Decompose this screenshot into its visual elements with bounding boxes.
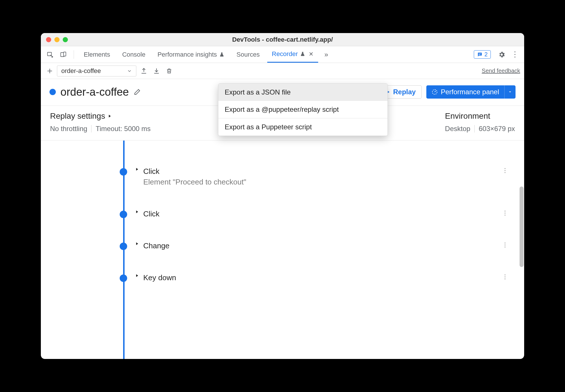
step-dot <box>120 168 127 176</box>
recording-select-value: order-a-coffee <box>61 67 101 75</box>
step-dot <box>120 243 127 250</box>
window-controls <box>41 37 68 42</box>
step-dot <box>120 211 127 218</box>
step-name: Click <box>143 167 246 176</box>
step-kebab-icon[interactable]: ⋮ <box>502 210 513 216</box>
export-menu-item-puppeteer[interactable]: Export as a Puppeteer script <box>218 118 388 136</box>
step-item[interactable]: Click ⋮ <box>116 210 513 218</box>
replay-settings-block: Replay settings No throttling Timeout: 5… <box>50 112 151 133</box>
edit-title-icon[interactable] <box>133 88 141 96</box>
replay-label: Replay <box>393 88 416 96</box>
new-recording-button[interactable] <box>45 66 55 76</box>
separator <box>474 125 475 132</box>
window-zoom-button[interactable] <box>63 37 68 42</box>
tab-elements[interactable]: Elements <box>79 46 115 63</box>
timeout-value: Timeout: 5000 ms <box>96 125 150 133</box>
step-item[interactable]: Change ⋮ <box>116 241 513 250</box>
kebab-menu-icon[interactable]: ⋮ <box>510 49 520 60</box>
step-dot <box>120 274 127 282</box>
flask-icon <box>300 51 305 57</box>
separator <box>74 50 74 59</box>
step-item[interactable]: Click Element "Proceed to checkout" ⋮ <box>116 167 513 187</box>
flask-icon <box>219 52 224 57</box>
tab-sources[interactable]: Sources <box>232 46 264 63</box>
svg-rect-3 <box>479 53 481 54</box>
tab-recorder[interactable]: Recorder ✕ <box>267 46 318 63</box>
export-button[interactable] <box>139 66 149 76</box>
chat-icon <box>477 52 483 57</box>
recording-status-dot <box>49 89 56 95</box>
environment-dimensions: 603×679 px <box>479 125 515 133</box>
tab-label: Console <box>122 51 146 58</box>
throttling-value: No throttling <box>50 125 87 133</box>
window-close-button[interactable] <box>46 37 51 42</box>
step-kebab-icon[interactable]: ⋮ <box>502 241 513 248</box>
export-menu-item-puppeteer-replay[interactable]: Export as a @puppeteer/replay script <box>218 101 388 118</box>
step-item[interactable]: Key down ⋮ <box>116 273 513 282</box>

menitu-label: Export as a @puppeteer/replay script <box>225 105 339 113</box>
replay-settings-toggle[interactable]: Replay settings <box>50 112 151 121</box>
inspect-element-icon[interactable] <box>45 49 55 60</box>
send-feedback-link[interactable]: Send feedback <box>482 68 520 74</box>
separator <box>91 125 91 132</box>
environment-block: Environment Desktop 603×679 px <box>445 112 515 133</box>
tab-label: Recorder <box>272 50 298 58</box>
devtools-tabbar: Elements Console Performance insights So… <box>41 46 524 63</box>
export-menu-item-json[interactable]: Export as a JSON file <box>218 84 388 101</box>
gauge-icon <box>432 89 438 95</box>
issues-badge[interactable]: 2 <box>474 50 491 59</box>
environment-label: Environment <box>445 112 515 121</box>
tab-label: Sources <box>236 51 260 58</box>
chevron-right-icon[interactable] <box>135 167 139 172</box>
environment-device: Desktop <box>445 125 470 133</box>
recording-title: order-a-coffee <box>60 86 129 98</box>
menu-item-label: Export as a JSON file <box>225 88 291 96</box>
chevron-down-icon <box>127 68 132 74</box>
svg-rect-2 <box>64 52 66 56</box>
performance-panel-label: Performance panel <box>441 88 499 96</box>
more-tabs-icon[interactable]: » <box>321 49 331 60</box>
export-menu: Export as a JSON file Export as a @puppe… <box>218 83 388 136</box>
menu-item-label: Export as a Puppeteer script <box>225 123 312 131</box>
recording-select[interactable]: order-a-coffee <box>57 66 136 76</box>
titlebar: DevTools - coffee-cart.netlify.app/ <box>41 33 524 46</box>
tab-label: Performance insights <box>157 51 217 58</box>
window-title: DevTools - coffee-cart.netlify.app/ <box>41 36 524 43</box>
step-kebab-icon[interactable]: ⋮ <box>502 273 513 280</box>
close-icon[interactable]: ✕ <box>309 51 314 57</box>
devtools-window: DevTools - coffee-cart.netlify.app/ Elem… <box>41 33 524 359</box>
window-minimize-button[interactable] <box>54 37 60 42</box>
recorder-toolbar: order-a-coffee Send feedback <box>41 63 524 79</box>
delete-button[interactable] <box>164 66 174 76</box>
settings-gear-icon[interactable] <box>497 49 507 60</box>
step-name: Key down <box>143 273 176 282</box>
tab-performance-insights[interactable]: Performance insights <box>153 46 229 63</box>
chevron-right-icon[interactable] <box>135 210 139 214</box>
tab-console[interactable]: Console <box>118 46 150 63</box>
step-name: Change <box>143 241 169 250</box>
performance-panel-dropdown[interactable] <box>504 85 516 99</box>
chevron-right-icon[interactable] <box>135 241 139 246</box>
caret-down-icon <box>508 90 512 94</box>
scrollbar-thumb[interactable] <box>520 187 524 267</box>
chevron-right-icon <box>107 114 112 118</box>
step-detail: Element "Proceed to checkout" <box>143 178 246 187</box>
performance-panel-button[interactable]: Performance panel <box>426 85 516 99</box>
replay-settings-label: Replay settings <box>50 112 105 121</box>
step-kebab-icon[interactable]: ⋮ <box>502 167 513 174</box>
issues-count: 2 <box>484 51 488 58</box>
import-button[interactable] <box>151 66 162 76</box>
timeline: Click Element "Proceed to checkout" ⋮ Cl… <box>41 141 524 359</box>
device-toolbar-icon[interactable] <box>58 49 68 60</box>
chevron-right-icon[interactable] <box>135 273 139 278</box>
svg-rect-4 <box>479 54 480 55</box>
tab-label: Elements <box>84 51 110 58</box>
step-name: Click <box>143 210 159 218</box>
timeline-wrap: Click Element "Proceed to checkout" ⋮ Cl… <box>41 141 524 359</box>
